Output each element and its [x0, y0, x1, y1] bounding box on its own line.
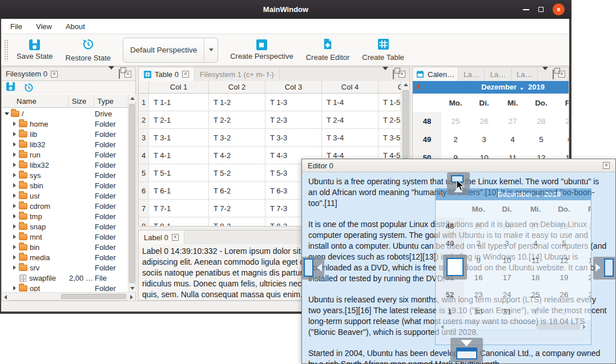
table-cell[interactable]: T 3-1 — [149, 129, 209, 147]
tree-row[interactable]: /Drive — [2, 108, 128, 119]
menu-view[interactable]: View — [29, 22, 59, 31]
scrollbar-thumb[interactable] — [402, 90, 409, 159]
table-cell[interactable]: T 1-3 — [265, 94, 322, 111]
table-row-header[interactable]: 8 — [139, 217, 149, 226]
scroll-up-icon[interactable] — [404, 83, 408, 86]
table-cell[interactable]: T 1-1 — [149, 94, 209, 111]
calendar-month[interactable]: Dezember — [481, 83, 517, 91]
menu-about[interactable]: About — [59, 22, 92, 31]
dock-tab-close-button[interactable]: × — [51, 71, 58, 78]
vertical-scrollbar[interactable] — [128, 95, 135, 292]
calendar-day[interactable]: 27 — [498, 117, 527, 126]
toolbar-drag-handle[interactable] — [4, 39, 8, 61]
expand-arrow-icon[interactable] — [11, 162, 18, 168]
tree-row[interactable]: tmpFolder — [2, 211, 128, 221]
tree-row[interactable]: sysFolder — [2, 170, 128, 180]
expand-arrow-icon[interactable] — [11, 234, 18, 240]
calendar-day[interactable]: 3 — [470, 135, 498, 144]
table-col-header[interactable]: Col 4 — [322, 81, 379, 94]
tree-row[interactable]: cdromFolder — [2, 201, 128, 211]
scroll-left-icon[interactable] — [4, 295, 7, 300]
tree-row[interactable]: homeFolder — [2, 119, 128, 129]
expand-arrow-icon[interactable] — [11, 203, 18, 209]
table-row-header[interactable]: 4 — [139, 147, 149, 164]
table-cell[interactable]: T 3-4 — [322, 129, 379, 147]
calendar-day[interactable]: 2 — [441, 135, 470, 144]
table-cell[interactable]: T 8-1 — [149, 217, 209, 226]
filesystem-dock-titlebar[interactable]: Filesystem 0 × × — [2, 67, 135, 81]
tree-row[interactable]: mntFolder — [2, 232, 128, 242]
expand-arrow-icon[interactable] — [11, 131, 18, 137]
dock-menu-button[interactable] — [542, 70, 548, 79]
scroll-down-icon[interactable] — [130, 287, 135, 290]
menu-file[interactable]: File — [3, 22, 29, 31]
table-cell[interactable]: T 7-1 — [149, 200, 209, 217]
expand-arrow-icon[interactable] — [3, 111, 10, 117]
save-state-button[interactable]: Save State — [10, 38, 59, 62]
tree-row[interactable]: optFolder — [2, 283, 128, 292]
tab-label-0[interactable]: Label 0 × — [139, 230, 184, 244]
table-row-header[interactable]: 7 — [139, 200, 149, 217]
table-col-header[interactable]: Col 1 — [149, 81, 209, 94]
table-row-header[interactable]: 3 — [139, 129, 149, 147]
calendar-day[interactable]: 29 — [555, 117, 569, 126]
tree-col-name[interactable]: Name — [2, 95, 69, 107]
tree-row[interactable]: binFolder — [2, 242, 128, 252]
tree-col-size[interactable]: Size — [69, 95, 94, 107]
table-cell[interactable]: T 3-3 — [265, 129, 322, 147]
expand-arrow-icon[interactable] — [11, 213, 18, 220]
table-col-header[interactable]: Col 3 — [265, 81, 322, 94]
restore-state-button[interactable]: Restore State — [59, 37, 118, 63]
create-editor-button[interactable]: Create Editor — [300, 37, 356, 63]
tree-row[interactable]: mediaFolder — [2, 252, 128, 262]
tab-label-2[interactable]: La… — [485, 67, 511, 81]
editor-close-button[interactable]: × — [603, 162, 610, 169]
table-col-header[interactable]: Col 2 — [209, 81, 265, 94]
table-cell[interactable]: T 5-1 — [149, 164, 209, 182]
minimize-button[interactable] — [523, 9, 529, 10]
tab-label-1[interactable]: La… — [458, 67, 485, 81]
editor-titlebar[interactable]: Editor 0 × — [302, 159, 615, 172]
table-cell[interactable]: T 4-2 — [209, 147, 265, 164]
expand-arrow-icon[interactable] — [11, 285, 18, 292]
dock-float-button[interactable] — [393, 70, 394, 79]
table-cell[interactable]: T 2-3 — [265, 111, 322, 129]
horizontal-scrollbar[interactable] — [2, 292, 135, 300]
table-cell[interactable]: T 3-2 — [209, 129, 265, 147]
table-row-header[interactable]: 2 — [139, 111, 149, 129]
tab-label-3[interactable]: La… — [512, 67, 538, 81]
tab-close-button[interactable]: × — [172, 234, 179, 241]
expand-arrow-icon[interactable] — [11, 141, 18, 148]
drop-indicator-left[interactable] — [301, 257, 324, 280]
perspective-select[interactable]: Default Perspective — [123, 38, 218, 63]
calendar-day[interactable]: 5 — [527, 135, 555, 144]
table-cell[interactable]: T 5-2 — [209, 164, 265, 182]
tree-row[interactable]: swapfile2,00 …File — [2, 273, 128, 283]
calendar-day[interactable]: 25 — [441, 117, 470, 126]
prev-month-icon[interactable] — [416, 83, 422, 90]
table-cell[interactable]: T 7-2 — [209, 200, 265, 217]
drop-indicator-right[interactable] — [593, 257, 616, 280]
dock-menu-button[interactable] — [383, 70, 388, 79]
tab-filesystem-1[interactable]: Filesystem 1 (c+ m- f-) — [195, 67, 280, 81]
tree-row[interactable]: usrFolder — [2, 191, 128, 201]
calendar-year[interactable]: 2019 — [528, 83, 545, 91]
expand-arrow-icon[interactable] — [11, 224, 18, 230]
month-dropdown-icon[interactable] — [520, 88, 524, 90]
create-perspective-button[interactable]: Create Perspective — [224, 38, 300, 62]
tree-row[interactable]: runFolder — [2, 149, 128, 160]
scrollbar-thumb[interactable] — [129, 104, 135, 283]
tree-row[interactable]: sbinFolder — [2, 180, 128, 191]
calendar-day[interactable]: 4 — [498, 135, 527, 144]
table-row-header[interactable]: 1 — [139, 94, 149, 111]
calendar-day[interactable]: 28 — [527, 117, 555, 126]
tab-calendar[interactable]: Calen… — [413, 67, 458, 81]
dock-menu-button[interactable] — [108, 70, 114, 78]
table-cell[interactable]: T 2-2 — [209, 111, 265, 129]
expand-arrow-icon[interactable] — [11, 244, 18, 250]
table-cell[interactable]: T 1-4 — [322, 94, 379, 111]
dock-float-button[interactable] — [119, 70, 120, 78]
tree-row[interactable]: libx32Folder — [2, 160, 128, 170]
tab-close-button[interactable]: × — [182, 71, 189, 78]
tree-row[interactable]: snapFolder — [2, 221, 128, 232]
